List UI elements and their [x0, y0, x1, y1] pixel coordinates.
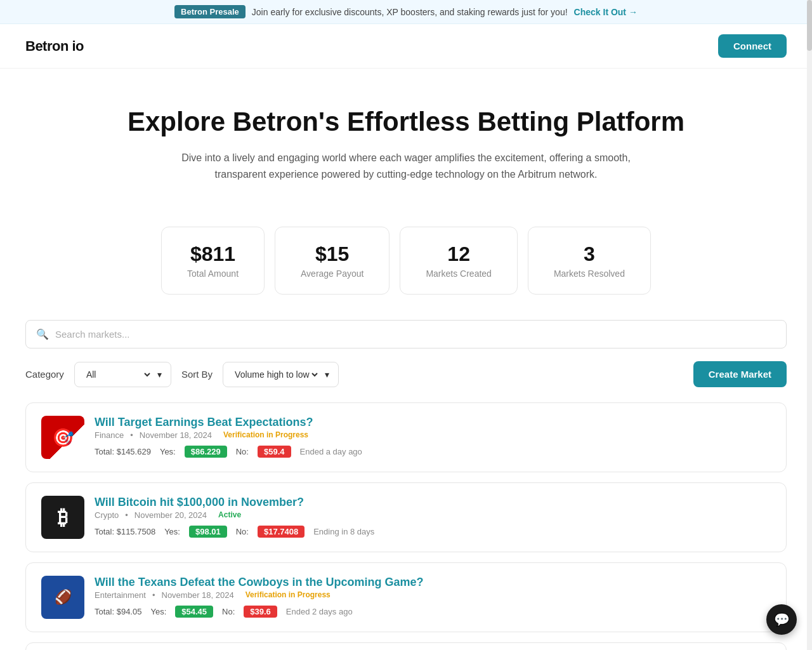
stat-label-created: Markets Created — [426, 269, 491, 279]
yes-label: Yes: — [150, 607, 166, 616]
stat-markets-resolved: 3 Markets Resolved — [528, 227, 651, 295]
market-thumb-icon: 🎯 — [52, 427, 74, 448]
market-card: ₿ Will Bitcoin hit $100,000 in November?… — [25, 482, 787, 552]
market-thumbnail: 🏈 — [41, 576, 84, 619]
hero-section: Explore Betron's Effortless Betting Plat… — [0, 69, 812, 208]
sort-select-wrapper[interactable]: Volume high to low Volume low to high Ne… — [223, 362, 339, 387]
category-label: Category — [25, 369, 64, 380]
market-total: Total: $94.05 — [95, 607, 141, 616]
yes-amount: $86.229 — [185, 446, 227, 458]
market-date: November 18, 2024 — [140, 430, 212, 440]
stat-label-payout: Average Payout — [301, 269, 363, 279]
no-label: No: — [236, 447, 249, 456]
market-total: Total: $115.7508 — [95, 527, 155, 536]
banner-message: Join early for exclusive discounts, XP b… — [252, 7, 568, 17]
yes-label: Yes: — [160, 447, 176, 456]
sort-select[interactable]: Volume high to low Volume low to high Ne… — [232, 369, 320, 380]
market-stats: Total: $115.7508 Yes: $98.01 No: $17.740… — [95, 526, 771, 538]
scrollbar-thumb[interactable] — [807, 0, 812, 51]
market-content: Will the Texans Defeat the Cowboys in th… — [95, 576, 771, 618]
market-stats: Total: $94.05 Yes: $54.45 No: $39.6 Ende… — [95, 606, 771, 618]
stat-label-total: Total Amount — [187, 269, 239, 279]
market-thumb-icon: ₿ — [58, 506, 68, 529]
filters-row: Category All Finance Crypto Entertainmen… — [0, 361, 812, 387]
hero-description: Dive into a lively and engaging world wh… — [165, 150, 647, 182]
market-content: Will Bitcoin hit $100,000 in November? C… — [95, 496, 771, 538]
market-end-text: Ending in 8 days — [313, 527, 374, 536]
navbar: Betron io Connect — [0, 24, 812, 69]
market-thumbnail: 🎯 — [41, 416, 84, 459]
market-stats: Total: $145.629 Yes: $86.229 No: $59.4 E… — [95, 446, 771, 458]
market-title[interactable]: Will Target Earnings Beat Expectations? — [95, 416, 313, 428]
stat-value-created: 12 — [426, 242, 491, 266]
stat-label-resolved: Markets Resolved — [554, 269, 625, 279]
search-input[interactable] — [55, 329, 776, 340]
status-badge: Verification in Progress — [218, 429, 313, 441]
sort-chevron-icon: ▾ — [325, 369, 329, 380]
stat-markets-created: 12 Markets Created — [400, 227, 517, 295]
market-total: Total: $145.629 — [95, 447, 151, 456]
presale-badge: Betron Presale — [174, 5, 246, 18]
no-amount: $17.7408 — [258, 526, 304, 538]
category-chevron-icon: ▾ — [157, 369, 162, 380]
market-end-text: Ended a day ago — [300, 447, 362, 456]
search-section: 🔍 — [0, 320, 812, 348]
no-amount: $39.6 — [244, 606, 277, 618]
sort-label: Sort By — [181, 369, 213, 380]
stat-avg-payout: $15 Average Payout — [275, 227, 390, 295]
status-badge: Verification in Progress — [240, 589, 336, 600]
category-select-wrapper[interactable]: All Finance Crypto Entertainment ▾ — [74, 362, 171, 387]
yes-label: Yes: — [164, 527, 180, 536]
logo: Betron io — [25, 38, 84, 55]
dot-separator: • — [125, 510, 128, 520]
no-label: No: — [222, 607, 235, 616]
no-amount: $59.4 — [258, 446, 291, 458]
market-title[interactable]: Will Bitcoin hit $100,000 in November? — [95, 496, 304, 508]
market-content: Will Target Earnings Beat Expectations? … — [95, 416, 771, 458]
status-badge: Active — [213, 509, 246, 521]
hero-title: Explore Betron's Effortless Betting Plat… — [13, 107, 799, 137]
market-title[interactable]: Will the Texans Defeat the Cowboys in th… — [95, 576, 424, 588]
market-card: 🎯 Will Target Earnings Beat Expectations… — [25, 402, 787, 472]
market-category: Crypto — [95, 510, 119, 520]
search-icon: 🔍 — [36, 328, 49, 340]
yes-amount: $54.45 — [175, 606, 213, 618]
market-meta: Entertainment • November 18, 2024 Verifi… — [95, 589, 771, 600]
top-banner: Betron Presale Join early for exclusive … — [0, 0, 812, 24]
markets-list: 🎯 Will Target Earnings Beat Expectations… — [0, 402, 812, 650]
stat-value-resolved: 3 — [554, 242, 625, 266]
market-date: November 18, 2024 — [162, 590, 234, 600]
market-thumb-icon: 🏈 — [55, 589, 72, 606]
stat-value-payout: $15 — [301, 242, 363, 266]
no-label: No: — [236, 527, 249, 536]
dot-separator: • — [152, 590, 155, 600]
market-category: Finance — [95, 430, 124, 440]
check-out-link[interactable]: Check It Out → — [574, 7, 638, 17]
dot-separator: • — [130, 430, 133, 440]
stat-total-amount: $811 Total Amount — [161, 227, 265, 295]
category-select[interactable]: All Finance Crypto Entertainment — [84, 369, 152, 380]
chat-icon: 💬 — [774, 612, 790, 627]
chat-bubble[interactable]: 💬 — [766, 604, 797, 635]
market-meta: Finance • November 18, 2024 Verification… — [95, 429, 771, 441]
market-date: November 20, 2024 — [134, 510, 207, 520]
connect-button[interactable]: Connect — [718, 34, 787, 58]
scrollbar[interactable] — [807, 0, 812, 650]
market-end-text: Ended 2 days ago — [286, 607, 353, 616]
search-wrapper: 🔍 — [25, 320, 787, 348]
market-meta: Crypto • November 20, 2024 Active — [95, 509, 771, 521]
market-thumbnail: ₿ — [41, 496, 84, 539]
stat-value-total: $811 — [187, 242, 239, 266]
create-market-button[interactable]: Create Market — [693, 361, 787, 387]
market-card: 🎬 Will Oppenheimer Win Best Motion Pictu… — [25, 642, 787, 650]
market-card: 🏈 Will the Texans Defeat the Cowboys in … — [25, 562, 787, 632]
market-category: Entertainment — [95, 590, 146, 600]
stats-row: $811 Total Amount $15 Average Payout 12 … — [0, 208, 812, 320]
yes-amount: $98.01 — [189, 526, 227, 538]
